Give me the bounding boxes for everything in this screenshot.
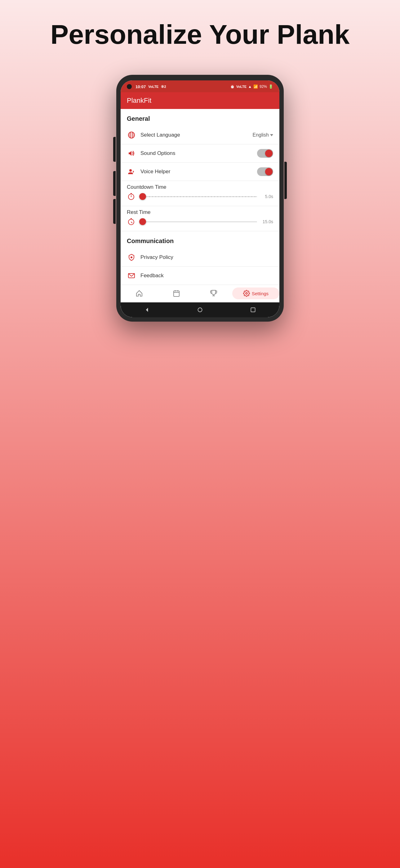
feedback-row[interactable]: Feedback — [121, 267, 279, 285]
privacy-label: Privacy Policy — [140, 254, 273, 260]
feedback-label: Feedback — [140, 273, 273, 279]
status-extra: ⑨2 — [161, 85, 166, 89]
sound-icon — [127, 149, 136, 158]
svg-marker-5 — [129, 151, 131, 156]
globe-icon — [127, 130, 136, 140]
camera-dot — [127, 84, 132, 89]
rest-label: Rest Time — [127, 209, 273, 215]
language-dropdown[interactable]: English — [253, 132, 273, 138]
page-title: Personalize Your Plank — [32, 19, 368, 50]
battery-pct: 92% — [260, 85, 267, 89]
signal-icon: 📶 — [253, 85, 258, 89]
status-carrier: VoLTE — [148, 85, 159, 89]
rest-icon — [127, 217, 135, 226]
wifi-icon: ▲ — [248, 85, 252, 89]
android-nav-bar — [121, 302, 279, 317]
voice-icon — [127, 167, 136, 176]
svg-point-6 — [129, 169, 132, 172]
nav-calendar[interactable] — [158, 290, 195, 297]
phone-screen: 10:07 VoLTE ⑨2 ⏰ VoLTE ▲ 📶 92% 🔋 PlankFi… — [121, 81, 279, 317]
home-icon — [135, 290, 143, 297]
rest-slider[interactable] — [139, 217, 257, 226]
rest-section: Rest Time — [121, 206, 279, 231]
settings-icon — [243, 290, 250, 297]
nav-home[interactable] — [121, 290, 158, 297]
privacy-icon — [127, 253, 136, 262]
calendar-icon — [173, 290, 180, 297]
status-bar: 10:07 VoLTE ⑨2 ⏰ VoLTE ▲ 📶 92% 🔋 — [121, 81, 279, 92]
sound-toggle-knob — [265, 150, 272, 157]
bottom-nav: Settings — [121, 285, 279, 302]
language-row[interactable]: Select Language English — [121, 126, 279, 144]
countdown-value: 5.0s — [261, 194, 273, 199]
nav-trophy[interactable] — [195, 290, 232, 297]
feedback-icon — [127, 271, 136, 280]
voice-toggle-knob — [265, 168, 272, 176]
communication-section: Communication Privacy Policy — [121, 231, 279, 285]
communication-section-header: Communication — [121, 231, 279, 248]
countdown-label: Countdown Time — [127, 184, 273, 190]
sound-row[interactable]: Sound Options — [121, 144, 279, 163]
svg-marker-24 — [146, 308, 148, 312]
rest-value: 15.0s — [261, 219, 273, 224]
chevron-down-icon — [270, 134, 273, 136]
phone-mockup: 10:07 VoLTE ⑨2 ⏰ VoLTE ▲ 📶 92% 🔋 PlankFi… — [116, 75, 284, 321]
rest-thumb[interactable] — [139, 218, 146, 225]
countdown-slider[interactable] — [139, 192, 257, 201]
settings-nav-label: Settings — [252, 291, 269, 296]
nav-settings[interactable]: Settings — [232, 287, 279, 299]
svg-point-15 — [131, 256, 132, 258]
language-label: Select Language — [140, 132, 248, 138]
language-value: English — [253, 132, 269, 138]
sound-toggle[interactable] — [257, 149, 273, 158]
trophy-icon — [210, 290, 218, 297]
svg-rect-26 — [251, 308, 255, 312]
home-button[interactable] — [197, 307, 203, 313]
svg-line-14 — [131, 222, 132, 223]
volte-icon: VoLTE — [236, 85, 246, 89]
voice-toggle[interactable] — [257, 167, 273, 176]
recents-button[interactable] — [250, 307, 256, 313]
general-section-header: General — [121, 109, 279, 126]
voice-label: Voice Helper — [140, 168, 253, 175]
svg-point-25 — [198, 308, 202, 312]
svg-rect-17 — [174, 291, 179, 297]
countdown-section: Countdown Time — [121, 181, 279, 206]
status-time: 10:07 — [135, 85, 146, 89]
svg-point-23 — [245, 292, 247, 294]
sound-label: Sound Options — [140, 150, 253, 156]
app-title: PlankFit — [127, 97, 151, 104]
alarm-icon: ⏰ — [230, 85, 235, 89]
countdown-icon — [127, 192, 135, 201]
battery-icon: 🔋 — [269, 85, 273, 89]
back-button[interactable] — [144, 307, 150, 313]
scroll-content: General Select Language English — [121, 109, 279, 302]
privacy-row[interactable]: Privacy Policy — [121, 248, 279, 267]
app-bar: PlankFit — [121, 92, 279, 109]
voice-row[interactable]: Voice Helper — [121, 163, 279, 181]
countdown-thumb[interactable] — [139, 193, 146, 200]
